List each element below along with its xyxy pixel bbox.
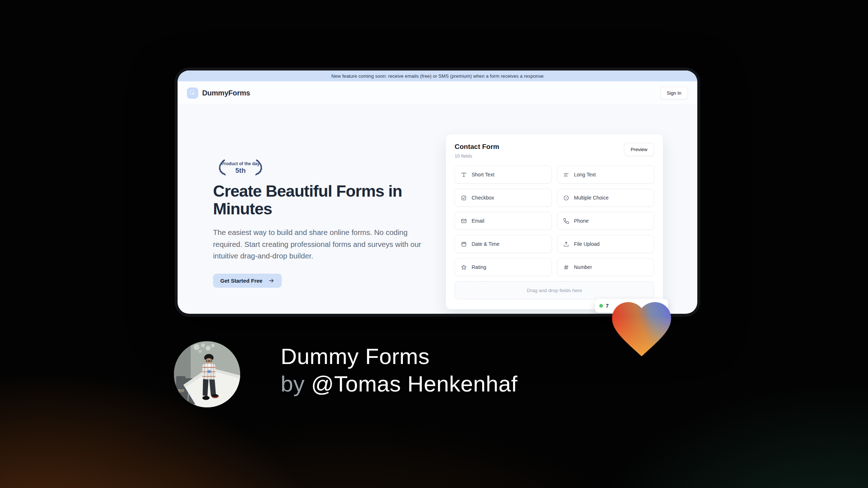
author-avatar xyxy=(174,341,240,407)
type-icon xyxy=(461,172,467,178)
badge-rank: 5th xyxy=(235,167,246,174)
online-dot-icon xyxy=(599,304,603,308)
caption-title: Dummy Forms xyxy=(281,343,518,370)
hash-icon xyxy=(563,264,569,270)
field-type-date-time[interactable]: Date & Time xyxy=(455,235,552,253)
field-type-phone[interactable]: Phone xyxy=(557,212,654,230)
caption-handle: @Tomas Henkenhaf xyxy=(311,371,518,396)
dropzone-text: Drag and drop fields here xyxy=(527,288,582,293)
upload-icon xyxy=(563,241,569,247)
browser-window: New feature coming soon: receive emails … xyxy=(175,68,700,317)
field-type-grid: Short Text Long Text Checkbox Multiple C… xyxy=(455,166,654,276)
calendar-icon xyxy=(461,241,467,247)
announcement-banner: New feature coming soon: receive emails … xyxy=(178,70,697,81)
field-type-long-text[interactable]: Long Text xyxy=(557,166,654,184)
field-type-multiple-choice[interactable]: Multiple Choice xyxy=(557,189,654,207)
get-started-button[interactable]: Get Started Free xyxy=(213,274,282,288)
field-type-rating[interactable]: Rating xyxy=(455,258,552,276)
field-type-email[interactable]: Email xyxy=(455,212,552,230)
field-type-file-upload[interactable]: File Upload xyxy=(557,235,654,253)
get-started-label: Get Started Free xyxy=(220,278,263,284)
heart-logo-icon xyxy=(606,293,677,359)
field-type-number[interactable]: Number xyxy=(557,258,654,276)
dummyforms-logo-icon[interactable] xyxy=(187,87,198,99)
sign-in-button[interactable]: Sign In xyxy=(660,87,688,99)
preview-button[interactable]: Preview xyxy=(624,143,654,156)
arrow-right-icon xyxy=(268,278,275,284)
caption: Dummy Forms by @Tomas Henkenhaf xyxy=(281,343,518,398)
hero-heading: Create Beautiful Forms inMinutes xyxy=(213,183,430,218)
field-type-short-text[interactable]: Short Text xyxy=(455,166,552,184)
hero-description: The easiest way to build and share onlin… xyxy=(213,227,425,262)
form-field-count: 10 fields xyxy=(455,153,499,159)
form-builder-card: Contact Form 10 fields Preview Short Tex… xyxy=(446,134,663,309)
phone-icon xyxy=(563,218,569,224)
align-left-icon xyxy=(563,172,569,178)
checkbox-icon xyxy=(461,195,467,201)
mail-icon xyxy=(461,218,467,224)
form-title: Contact Form xyxy=(455,143,499,151)
hero-section: Product of the day 5th Create Beautiful … xyxy=(213,157,430,288)
field-type-checkbox[interactable]: Checkbox xyxy=(455,189,552,207)
star-icon xyxy=(461,264,467,270)
caption-by: by xyxy=(281,371,305,396)
landing-page: New feature coming soon: receive emails … xyxy=(178,70,697,314)
badge-title: Product of the day xyxy=(221,161,260,166)
announcement-text: New feature coming soon: receive emails … xyxy=(331,73,544,79)
brand-name: DummyForms xyxy=(202,89,250,97)
site-header: DummyForms Sign In xyxy=(178,81,697,105)
product-of-the-day-badge: Product of the day 5th xyxy=(213,157,268,177)
radio-icon xyxy=(563,195,569,201)
